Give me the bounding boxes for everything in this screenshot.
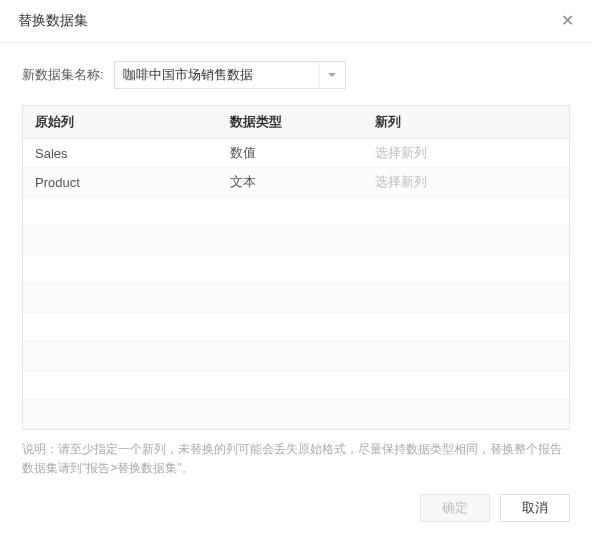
cell-newcol-select[interactable]: 选择新列 xyxy=(363,139,569,167)
table-body: Sales 数值 选择新列 Product 文本 选择新列 xyxy=(23,139,569,429)
header-new-column: 新列 xyxy=(363,106,569,138)
cell-datatype: 数值 xyxy=(218,139,363,167)
ok-button[interactable]: 确定 xyxy=(420,494,490,522)
dialog-footer: 确定 取消 xyxy=(0,478,592,536)
close-icon[interactable]: ✕ xyxy=(561,13,574,29)
dialog-body: 新数据集名称: 原始列 数据类型 新列 Sales 数值 选择新列 xyxy=(0,43,592,478)
dataset-name-row: 新数据集名称: xyxy=(22,61,570,89)
column-mapping-table: 原始列 数据类型 新列 Sales 数值 选择新列 Product 文本 选择新… xyxy=(22,105,570,430)
dialog-title: 替换数据集 xyxy=(18,12,88,30)
table-row: Sales 数值 选择新列 xyxy=(23,139,569,168)
cancel-button[interactable]: 取消 xyxy=(500,494,570,522)
dataset-name-input[interactable] xyxy=(115,62,319,88)
cell-newcol-select[interactable]: 选择新列 xyxy=(363,168,569,196)
header-data-type: 数据类型 xyxy=(218,106,363,138)
dataset-name-select[interactable] xyxy=(114,61,346,89)
table-row xyxy=(23,284,569,313)
chevron-down-icon[interactable] xyxy=(319,62,345,88)
table-header: 原始列 数据类型 新列 xyxy=(23,106,569,139)
table-row: Product 文本 选择新列 xyxy=(23,168,569,197)
dialog-header: 替换数据集 ✕ xyxy=(0,0,592,43)
table-row xyxy=(23,226,569,255)
cell-original: Sales xyxy=(23,139,218,167)
table-row xyxy=(23,313,569,342)
dataset-name-label: 新数据集名称: xyxy=(22,66,104,84)
hint-text: 说明：请至少指定一个新列，未替换的列可能会丢失原始格式，尽量保持数据类型相同，替… xyxy=(22,440,570,478)
table-row xyxy=(23,371,569,400)
header-original-column: 原始列 xyxy=(23,106,218,138)
table-row xyxy=(23,255,569,284)
cell-original: Product xyxy=(23,168,218,196)
table-row xyxy=(23,342,569,371)
table-row xyxy=(23,197,569,226)
table-row xyxy=(23,400,569,429)
replace-dataset-dialog: 替换数据集 ✕ 新数据集名称: 原始列 数据类型 新列 Sales 数值 xyxy=(0,0,592,536)
cell-datatype: 文本 xyxy=(218,168,363,196)
